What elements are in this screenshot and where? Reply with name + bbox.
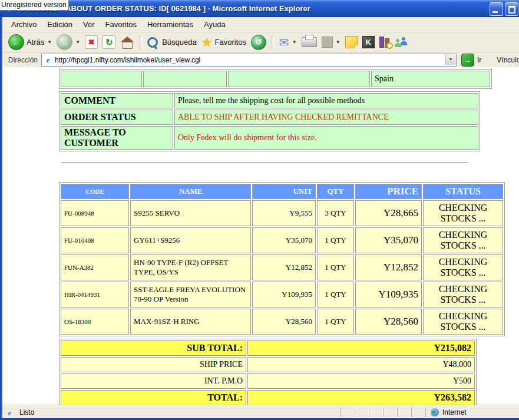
status-text: Listo	[19, 408, 34, 416]
mail-dropdown-icon[interactable]: ▼	[292, 39, 297, 45]
back-icon: ←	[8, 34, 24, 50]
info-cell	[228, 71, 370, 87]
research-books-icon	[379, 37, 389, 48]
mail-button[interactable]: ✉ ▼	[277, 35, 299, 49]
forward-dropdown-icon[interactable]: ▼	[75, 39, 80, 45]
history-button[interactable]: ↺	[249, 34, 269, 51]
links-label[interactable]: Vínculo	[497, 56, 519, 64]
home-button[interactable]	[118, 35, 137, 50]
url-text: http://hpcgi1.nifty.com/ishiimokei/user_…	[55, 56, 200, 64]
item-qty: 1 QTY	[317, 282, 354, 307]
back-label: Atrás	[27, 38, 44, 47]
address-label: Dirección	[8, 56, 38, 64]
item-status: CHECKING STOCKS ...	[423, 309, 503, 335]
item-name: GY611+S9256	[130, 227, 251, 253]
total-label: SHIP PRICE	[61, 357, 246, 372]
antivirus-button[interactable]: K	[360, 35, 377, 49]
item-price: Y35,070	[355, 227, 422, 253]
print-icon	[302, 37, 317, 47]
search-label: Búsqueda	[162, 38, 197, 47]
mail-icon: ✉	[279, 37, 289, 48]
status-ie-icon: e	[5, 408, 14, 417]
menu-item[interactable]: Herramientas	[142, 18, 199, 31]
item-code: FU-010408	[61, 227, 129, 253]
total-row: INT. P.M.O Y500	[61, 373, 475, 389]
item-qty: 1 QTY	[317, 309, 354, 335]
total-value: Y215,082	[247, 340, 475, 356]
status-pane	[397, 408, 411, 417]
forward-button[interactable]: → ▼	[54, 33, 82, 51]
customer-info-table: Spain	[59, 69, 492, 89]
menu-item[interactable]: Edición	[42, 18, 78, 31]
maximize-button[interactable]	[505, 2, 518, 16]
zone-label: Internet	[442, 408, 467, 416]
menu-item[interactable]: Favoritos	[100, 18, 142, 31]
item-name: S9255 SERVO	[130, 200, 251, 226]
header-qty: QTY	[317, 184, 354, 199]
item-status: CHECKING STOCKS ...	[423, 200, 503, 226]
research-button[interactable]	[377, 35, 392, 49]
go-button[interactable]: → Ir	[461, 54, 481, 67]
total-label: INT. P.M.O	[61, 373, 246, 389]
total-value: Y500	[247, 373, 475, 389]
item-price: Y28,665	[355, 200, 422, 226]
minimize-button[interactable]	[490, 2, 503, 16]
order-item-row: HIR-0414931 SST-EAGLE FREYA EVOLUTION 70…	[61, 282, 503, 307]
messenger-button[interactable]	[392, 35, 412, 50]
internet-globe-icon	[431, 408, 439, 416]
order-table-header-row: CODE NAME UNIT QTY PRICE STATUS	[61, 184, 503, 199]
antivirus-k-icon: K	[362, 36, 375, 48]
detail-value: ABLE TO SHIP AFTER HAVING CHECKED REMITT…	[174, 110, 478, 125]
refresh-icon: ↻	[103, 35, 115, 49]
detail-value: Please, tell me the shipping cost for al…	[174, 93, 478, 108]
title-bar: e IShiiMOKEI - ABOUT ORDER STATUS: ID[ 0…	[0, 0, 519, 17]
edit-dropdown-icon[interactable]: ▼	[336, 39, 341, 45]
item-status: CHECKING STOCKS ...	[423, 282, 503, 307]
info-cell	[143, 71, 227, 87]
address-bar: Dirección e http://hpcgi1.nifty.com/ishi…	[2, 52, 519, 68]
total-label: TOTAL:	[61, 390, 246, 405]
item-qty: 1 QTY	[317, 227, 354, 253]
print-button[interactable]	[299, 36, 319, 48]
menu-item[interactable]: Ayuda	[199, 18, 231, 31]
status-pane	[341, 408, 355, 417]
item-name: SST-EAGLE FREYA EVOLUTION 70-90 OP Versi…	[130, 282, 251, 307]
menu-item[interactable]: Archivo	[6, 18, 42, 31]
messenger-people-icon	[394, 36, 409, 49]
search-icon	[147, 37, 158, 48]
item-price: Y12,852	[355, 254, 422, 280]
item-code: FUN-A382	[61, 254, 129, 280]
address-input[interactable]: e http://hpcgi1.nifty.com/ishiimokei/use…	[41, 54, 457, 67]
header-name: NAME	[130, 184, 251, 199]
favorites-label: Favoritos	[215, 38, 246, 47]
item-unit-price: Y35,070	[252, 227, 316, 253]
item-code: FU-008948	[61, 200, 129, 226]
favorites-button[interactable]: ★ Favoritos	[199, 35, 249, 49]
toolbar-separator	[272, 35, 274, 49]
maximize-icon	[508, 6, 515, 14]
order-totals-table: SUB TOTAL: Y215,082 SHIP PRICE Y48,000 I…	[59, 339, 477, 405]
total-row: SUB TOTAL: Y215,082	[61, 340, 475, 356]
search-button[interactable]: Búsqueda	[145, 36, 199, 49]
page-content: Spain COMMENT Please, tell me the shippi…	[2, 67, 519, 405]
status-bar: e Listo Internet	[2, 405, 519, 419]
history-icon: ↺	[251, 35, 266, 50]
header-unit: UNIT	[252, 184, 316, 199]
address-dropdown-button[interactable]: ▼	[445, 54, 456, 65]
edit-button[interactable]: ▼	[319, 35, 343, 49]
menu-item[interactable]: Ver	[78, 18, 100, 31]
stop-button[interactable]: ✖	[82, 34, 100, 50]
detail-label: COMMENT	[61, 93, 173, 108]
item-code: HIR-0414931	[61, 282, 129, 307]
unregistered-version-overlay: Unregistered version	[0, 0, 69, 11]
info-cell	[61, 71, 142, 87]
header-price: PRICE	[355, 184, 422, 199]
item-price: Y28,560	[355, 309, 422, 335]
refresh-button[interactable]: ↻	[100, 34, 118, 50]
page-favicon-icon: e	[44, 55, 52, 64]
back-dropdown-icon[interactable]: ▼	[47, 39, 52, 45]
back-button[interactable]: ← Atrás ▼	[6, 33, 54, 51]
notes-button[interactable]	[343, 35, 360, 49]
sticky-note-icon	[345, 36, 358, 48]
order-details-table: COMMENT Please, tell me the shipping cos…	[59, 91, 480, 151]
